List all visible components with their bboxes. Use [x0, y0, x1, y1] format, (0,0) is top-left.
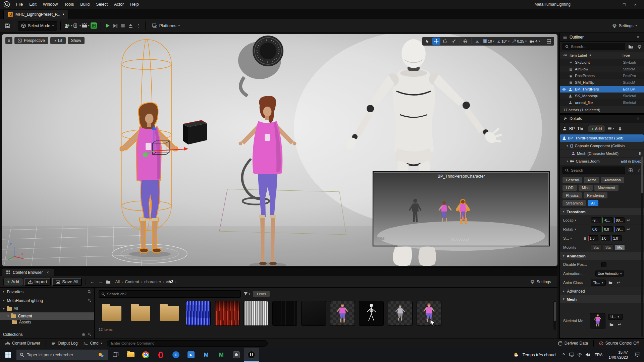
search-icon[interactable]	[88, 333, 91, 336]
asset-searchbox[interactable]	[99, 290, 241, 298]
menu-tools[interactable]: Tools	[61, 1, 77, 8]
transform-section-header[interactable]: ▾Transform	[560, 208, 644, 216]
menu-edit[interactable]: Edit	[26, 1, 40, 8]
outliner-row-airglow[interactable]: ▦ AirGlowStaticM	[560, 66, 644, 72]
scale-x-field[interactable]: 1,0	[588, 235, 598, 241]
location-label-dropdown[interactable]: Locati▾	[563, 218, 589, 222]
location-y-field[interactable]: -0...	[602, 217, 613, 223]
minimize-button[interactable]: –	[608, 2, 619, 7]
details-search-input[interactable]	[571, 168, 623, 172]
cinematics-button[interactable]: ▾	[82, 22, 90, 29]
settings-button[interactable]: Settings▾	[609, 21, 640, 31]
asset-character-variant[interactable]	[388, 301, 413, 326]
favorites-section[interactable]: ▸Favorites	[0, 288, 94, 296]
tree-item-all[interactable]: ▾All	[0, 305, 94, 312]
mesh-browse-button[interactable]	[608, 321, 615, 328]
menu-file[interactable]: File	[13, 1, 26, 8]
mobility-movable-button[interactable]: Mo	[615, 244, 625, 250]
eject-button[interactable]	[127, 22, 134, 29]
frame-skip-button[interactable]	[112, 22, 119, 29]
breadcrumb-content[interactable]: Content	[125, 280, 139, 284]
rotation-z-field[interactable]: 79...	[614, 226, 625, 232]
skeletal-mesh-thumbnail[interactable]	[590, 313, 605, 328]
output-log-button[interactable]: Output Log	[49, 339, 80, 348]
display-tray-icon[interactable]	[568, 353, 576, 357]
scale-label-dropdown[interactable]: S...▾	[563, 236, 582, 240]
outliner-row-mannequin[interactable]: SK_MannequSkeletal	[560, 93, 644, 99]
file-explorer-icon[interactable]	[123, 348, 138, 362]
save-all-button[interactable]: Save All	[52, 278, 82, 286]
component-row-mesh[interactable]: Mesh (CharacterMesh0) E	[560, 150, 644, 158]
folder-tree-toggle-button[interactable]	[105, 279, 112, 285]
import-button[interactable]: Import	[24, 278, 51, 286]
console-command-input[interactable]	[107, 340, 268, 347]
back-button[interactable]: ←	[89, 279, 96, 285]
perspective-button[interactable]: Perspective	[14, 37, 48, 44]
opera-icon[interactable]	[153, 348, 168, 362]
mail-app-icon[interactable]: M	[199, 348, 214, 362]
rotation-x-field[interactable]: 0,0	[591, 226, 601, 232]
outliner-row-halfsphere[interactable]: ▦ SM_HalfSpStaticM	[560, 79, 644, 86]
asset-tab[interactable]: U MHC_LightingPreset_P... •	[3, 10, 69, 19]
world-space-button[interactable]	[462, 38, 470, 45]
content-browser-close-button[interactable]: ×	[45, 270, 50, 275]
stop-button[interactable]	[120, 22, 126, 29]
source-control-button[interactable]: Source Control Off	[596, 339, 641, 348]
menu-select[interactable]: Select	[93, 1, 111, 8]
details-display-button[interactable]	[627, 167, 634, 174]
search-icon[interactable]	[88, 290, 91, 294]
outliner-searchbox[interactable]	[562, 43, 625, 50]
tray-expand-button[interactable]: ^	[559, 352, 568, 358]
add-collection-icon[interactable]: ⊕	[82, 332, 85, 337]
filter-actor[interactable]: Actor	[584, 177, 599, 183]
filter-physics[interactable]: Physics	[562, 192, 582, 198]
show-flags-button[interactable]: Show	[68, 37, 85, 44]
content-drawer-button[interactable]: Content Drawer	[3, 339, 43, 348]
play-options-button[interactable]: ⋮	[135, 22, 142, 29]
mesh-section-header[interactable]: ▾Mesh	[560, 295, 644, 303]
outliner-row-skylight[interactable]: ☀ SkyLightSkyLigh	[560, 59, 644, 66]
add-actor-button[interactable]: ▾	[64, 22, 72, 29]
menu-build[interactable]: Build	[77, 1, 93, 8]
save-button[interactable]	[4, 22, 11, 29]
reset-location-button[interactable]: ↩	[627, 218, 630, 223]
content-browser-tab[interactable]: Content Browser ×	[2, 268, 54, 276]
select-tool-button[interactable]	[424, 38, 432, 45]
maximize-button[interactable]: □	[619, 2, 630, 7]
browse-to-asset-button[interactable]	[607, 279, 614, 286]
breadcrumb-ch2[interactable]: ch2	[166, 280, 173, 284]
scale-tool-button[interactable]	[450, 38, 458, 45]
level-filter-chip[interactable]: Level	[253, 291, 270, 297]
unreal-logo-icon[interactable]	[3, 1, 10, 8]
rotation-label-dropdown[interactable]: Rotati▾	[563, 227, 589, 231]
close-button[interactable]: ×	[630, 2, 641, 7]
select-mode-dropdown[interactable]: Select Mode▾	[18, 21, 57, 31]
viewport-3d[interactable]: ≡ Perspective ◑ Lit Show 10	[2, 34, 557, 266]
unreal-engine-taskbar-icon[interactable]: U	[244, 348, 259, 362]
content-browser-settings-button[interactable]: Settings	[527, 278, 554, 286]
scale-snap-control[interactable]: 0,25▾	[511, 38, 528, 45]
add-asset-button[interactable]: +Add	[3, 278, 23, 286]
asset-skeleton[interactable]	[359, 301, 384, 326]
breadcrumb-character[interactable]: character	[144, 280, 161, 284]
task-view-button[interactable]	[108, 348, 123, 362]
viewport-options-button[interactable]: ≡	[5, 37, 12, 44]
move-tool-button[interactable]	[432, 38, 440, 45]
folder-item[interactable]	[128, 301, 153, 326]
add-component-button[interactable]: +Add	[588, 125, 605, 132]
menu-window[interactable]: Window	[40, 1, 61, 8]
filter-general[interactable]: General	[562, 177, 582, 183]
camera-speed-control[interactable]: 4▾	[528, 38, 541, 45]
anim-class-dropdown[interactable]: Th...▾	[591, 280, 606, 286]
collections-section[interactable]: Collections ⊕	[0, 330, 94, 339]
filter-streaming[interactable]: Streaming	[562, 200, 586, 206]
outliner-row-postprocess[interactable]: ◉ PostProcesPostPro	[560, 72, 644, 79]
project-section[interactable]: ▾MetaHumanLighting	[0, 296, 94, 305]
filter-rendering[interactable]: Rendering	[584, 192, 607, 198]
animation-mode-dropdown[interactable]: Use Animatio▾	[595, 270, 624, 277]
lit-mode-button[interactable]: ◑ Lit	[50, 37, 66, 44]
outliner-column-header[interactable]: Item Label▲ Type	[560, 52, 644, 59]
component-row-self[interactable]: BP_ThirdPersonCharacter (Self)	[560, 134, 644, 142]
movies-app-icon[interactable]: ▶	[183, 348, 199, 362]
grid-snap-control[interactable]: 10▾	[482, 38, 496, 45]
